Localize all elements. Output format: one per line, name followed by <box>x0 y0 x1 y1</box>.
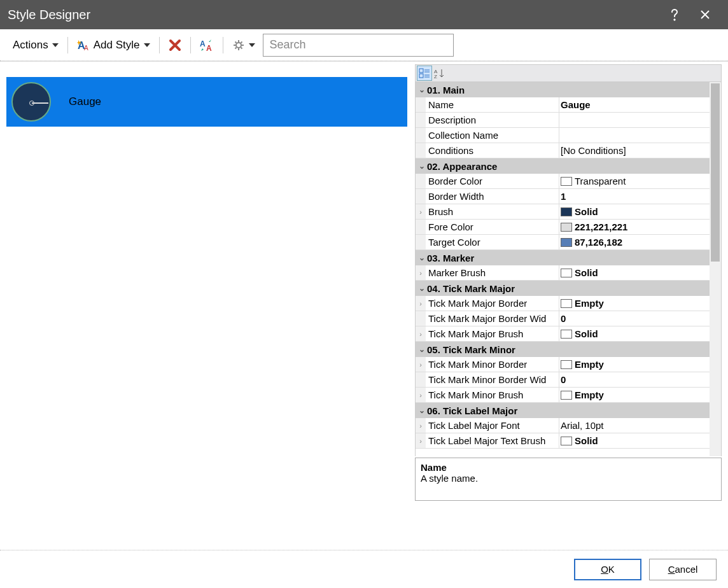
expand-icon[interactable]: › <box>416 326 426 341</box>
property-value[interactable]: Solid <box>559 433 710 448</box>
category-label: 05. Tick Mark Minor <box>427 344 515 355</box>
property-value[interactable]: 0 <box>559 311 710 326</box>
expand-icon[interactable]: › <box>416 296 426 311</box>
property-value-text: Arial, 10pt <box>561 420 604 431</box>
expand-icon[interactable]: › <box>416 265 426 280</box>
style-card-label: Gauge <box>69 95 101 108</box>
category-header[interactable]: ⌄03. Marker <box>416 250 710 265</box>
categorized-view-button[interactable] <box>417 66 432 81</box>
property-value[interactable]: Gauge <box>559 97 710 112</box>
expand-icon <box>416 235 426 249</box>
property-value[interactable]: 87,126,182 <box>559 235 710 249</box>
property-value[interactable]: 221,221,221 <box>559 220 710 234</box>
expand-icon[interactable]: › <box>416 418 426 433</box>
scrollbar[interactable] <box>710 82 721 456</box>
property-value-text: 221,221,221 <box>575 221 627 232</box>
svg-text:A: A <box>200 39 206 48</box>
svg-point-0 <box>674 19 675 20</box>
property-value-text: Empty <box>575 359 604 370</box>
property-value[interactable]: Solid <box>559 265 710 280</box>
property-name: Target Color <box>426 235 559 249</box>
color-swatch <box>561 299 572 308</box>
property-value-text: Gauge <box>561 99 591 110</box>
ok-button[interactable]: OK <box>574 559 641 580</box>
property-row[interactable]: Collection Name <box>416 128 710 143</box>
add-style-menu[interactable]: A A Add Style <box>73 34 154 56</box>
expand-icon[interactable]: › <box>416 357 426 372</box>
property-value[interactable]: Empty <box>559 357 710 372</box>
remove-style-button[interactable] <box>165 34 185 56</box>
svg-text:A: A <box>206 44 212 52</box>
property-value[interactable]: [No Conditions] <box>559 143 710 158</box>
property-row[interactable]: ›Tick Mark Major BrushSolid <box>416 326 710 342</box>
chevron-down-icon: ⌄ <box>417 284 427 293</box>
property-value[interactable]: Solid <box>559 326 710 341</box>
property-row[interactable]: Conditions[No Conditions] <box>416 143 710 158</box>
category-header[interactable]: ⌄01. Main <box>416 82 710 97</box>
category-header[interactable]: ⌄05. Tick Mark Minor <box>416 342 710 357</box>
property-row[interactable]: Tick Mark Major Border Wid0 <box>416 311 710 326</box>
property-help-panel: Name A style name. <box>415 458 722 501</box>
property-value-text: Solid <box>575 267 598 278</box>
property-value[interactable]: Transparent <box>559 174 710 188</box>
property-grid[interactable]: ⌄01. MainNameGaugeDescriptionCollection … <box>416 82 710 456</box>
search-input[interactable]: Search <box>263 34 454 57</box>
property-row[interactable]: Border ColorTransparent <box>416 174 710 189</box>
expand-icon <box>416 174 426 188</box>
close-icon[interactable] <box>690 0 720 29</box>
property-row[interactable]: Border Width1 <box>416 189 710 204</box>
property-name: Tick Mark Minor Brush <box>426 388 559 402</box>
expand-icon[interactable]: › <box>416 388 426 402</box>
property-row[interactable]: ›BrushSolid <box>416 204 710 220</box>
separator <box>190 37 191 53</box>
settings-menu[interactable] <box>228 34 259 56</box>
category-header[interactable]: ⌄04. Tick Mark Major <box>416 281 710 296</box>
chevron-down-icon: ⌄ <box>417 345 427 354</box>
property-row[interactable]: Description <box>416 113 710 128</box>
property-name: Tick Mark Minor Border <box>426 357 559 372</box>
property-row[interactable]: NameGauge <box>416 97 710 113</box>
actions-menu[interactable]: Actions <box>9 34 62 56</box>
property-value-text: Solid <box>575 435 598 446</box>
category-header[interactable]: ⌄06. Tick Label Major <box>416 403 710 418</box>
property-row[interactable]: ›Marker BrushSolid <box>416 265 710 281</box>
expand-icon <box>416 189 426 204</box>
separator <box>67 37 68 53</box>
property-row[interactable]: ›Tick Label Major FontArial, 10pt <box>416 418 710 433</box>
property-value[interactable]: Empty <box>559 388 710 402</box>
property-row[interactable]: Tick Mark Minor Border Wid0 <box>416 372 710 388</box>
property-value[interactable]: Solid <box>559 204 710 219</box>
style-card-gauge[interactable]: Gauge <box>6 77 407 127</box>
property-value[interactable] <box>559 128 710 143</box>
property-row[interactable]: Target Color87,126,182 <box>416 235 710 250</box>
property-row[interactable]: ›Tick Mark Minor BorderEmpty <box>416 357 710 372</box>
property-name: Tick Label Major Text Brush <box>426 433 559 448</box>
expand-icon[interactable]: › <box>416 204 426 219</box>
property-value-text: Transparent <box>575 176 626 186</box>
property-row[interactable]: ›Tick Label Major Text BrushSolid <box>416 433 710 449</box>
category-header[interactable]: ⌄02. Appearance <box>416 158 710 174</box>
expand-icon <box>416 113 426 127</box>
property-row[interactable]: ›Tick Mark Minor BrushEmpty <box>416 388 710 403</box>
property-value-text: 0 <box>561 374 566 385</box>
property-value[interactable]: Empty <box>559 296 710 311</box>
property-name: Marker Brush <box>426 265 559 280</box>
category-label: 04. Tick Mark Major <box>427 283 515 294</box>
property-value[interactable]: 1 <box>559 189 710 204</box>
gear-icon <box>232 39 245 52</box>
property-value[interactable]: Arial, 10pt <box>559 418 710 433</box>
help-icon[interactable] <box>659 0 690 29</box>
cancel-button[interactable]: Cancel <box>649 559 717 580</box>
property-value[interactable] <box>559 113 710 127</box>
alphabetical-view-button[interactable]: AZ <box>433 66 448 81</box>
color-swatch <box>561 223 572 232</box>
category-label: 03. Marker <box>427 253 474 263</box>
duplicate-style-button[interactable]: A A <box>196 34 218 56</box>
remove-icon <box>169 39 181 52</box>
property-value[interactable]: 0 <box>559 372 710 387</box>
expand-icon[interactable]: › <box>416 433 426 448</box>
property-row[interactable]: Fore Color221,221,221 <box>416 220 710 235</box>
property-row[interactable]: ›Tick Mark Major BorderEmpty <box>416 296 710 311</box>
scrollbar-thumb[interactable] <box>711 83 720 262</box>
category-label: 02. Appearance <box>427 161 497 172</box>
